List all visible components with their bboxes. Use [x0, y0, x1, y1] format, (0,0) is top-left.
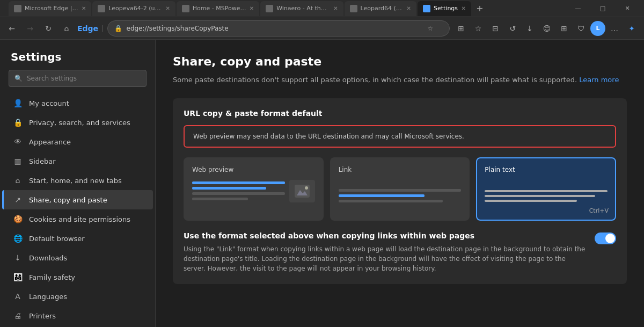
- sidebar-item-privacy[interactable]: 🔒 Privacy, search, and services: [2, 113, 153, 132]
- format-toggle-row: Use the format selected above when copyi…: [184, 231, 616, 273]
- link-line-3: [339, 200, 443, 202]
- language-icon: A: [13, 292, 23, 301]
- profile-button[interactable]: L: [590, 21, 605, 36]
- sidebar-item-share-copy[interactable]: ↗ Share, copy and paste: [2, 190, 153, 209]
- search-placeholder: Search settings: [27, 75, 77, 82]
- cookie-icon: 🍪: [13, 214, 23, 224]
- url-text: edge://settings/shareCopyPaste: [127, 25, 423, 32]
- workspaces-icon[interactable]: ⊞: [556, 20, 572, 37]
- format-web-preview[interactable]: Web preview: [184, 157, 324, 221]
- format-label-plain-text: Plain text: [485, 166, 608, 173]
- mock-line-1: [192, 181, 285, 184]
- security-icon[interactable]: 🛡: [573, 20, 589, 37]
- link-line-2: [339, 194, 425, 197]
- printer-icon: 🖨: [13, 311, 23, 321]
- eye-icon: 👁: [13, 137, 23, 147]
- toggle-description: Using the "Link" format when copying lin…: [184, 244, 586, 273]
- settings-tab-icon: [423, 5, 430, 12]
- home-button[interactable]: ⌂: [59, 21, 74, 36]
- tab-close-icon[interactable]: ✕: [250, 5, 254, 11]
- format-link[interactable]: Link: [330, 157, 470, 221]
- sidebar-item-cookies[interactable]: 🍪 Cookies and site permissions: [2, 209, 153, 229]
- toggle-title: Use the format selected above when copyi…: [184, 231, 586, 240]
- tab-close-icon[interactable]: ✕: [82, 5, 86, 11]
- tab-winaero[interactable]: Winaero - At the edge of… ✕: [260, 1, 343, 16]
- family-icon: 👨‍👩‍👧: [13, 272, 23, 282]
- edge-tab-icon: [14, 5, 21, 12]
- tab-close-icon[interactable]: ✕: [165, 5, 170, 11]
- toolbar-icons: ⊞ ☆ ⊟ ↺ ↓ 😊 ⊞ 🛡 L … ✦: [453, 20, 640, 37]
- download-icon: ↓: [13, 253, 23, 263]
- new-tab-button[interactable]: +: [472, 1, 487, 16]
- favorites-icon[interactable]: ☆: [470, 20, 486, 37]
- addressbar: ← → ↻ ⌂ Edge | 🔒 edge://settings/shareCo…: [0, 17, 644, 40]
- sidebar-item-my-account[interactable]: 👤 My account: [2, 93, 153, 113]
- winaero-tab-icon: [266, 5, 273, 12]
- sidebar-item-default-browser[interactable]: 🌐 Default browser: [2, 229, 153, 248]
- back-button[interactable]: ←: [4, 21, 19, 36]
- collections-icon[interactable]: ⊟: [487, 20, 503, 37]
- tab-mspoweruser[interactable]: Home - MSPoweruser ✕: [177, 1, 259, 16]
- warning-box: Web preview may send data to the URL des…: [184, 125, 616, 148]
- edge-logo-label: Edge: [77, 24, 98, 33]
- sidebar-item-printers[interactable]: 🖨 Printers: [2, 306, 153, 325]
- main-layout: Settings 🔍 Search settings 👤 My account …: [0, 40, 644, 327]
- tab-twitter[interactable]: Leopard64 (@Leopeva64… ✕: [345, 1, 416, 16]
- tab-close-icon[interactable]: ✕: [407, 5, 411, 11]
- globe-icon: 🌐: [13, 234, 23, 243]
- extensions-icon[interactable]: ⊞: [453, 20, 469, 37]
- svg-point-2: [305, 186, 308, 190]
- lock-icon: 🔒: [13, 118, 23, 127]
- link-line-1: [339, 189, 462, 192]
- person-icon: 👤: [13, 98, 23, 108]
- page-title: Share, copy and paste: [173, 55, 627, 68]
- maximize-button[interactable]: □: [590, 0, 615, 17]
- address-bar[interactable]: 🔒 edge://settings/shareCopyPaste ☆: [107, 20, 450, 37]
- tab-close-icon[interactable]: ✕: [333, 5, 338, 11]
- sidebar-item-downloads[interactable]: ↓ Downloads: [2, 248, 153, 267]
- tab-microsoft-edge[interactable]: Microsoft Edge | Page 14… ✕: [9, 1, 91, 16]
- tabs-bar: Microsoft Edge | Page 14… ✕ Leopeva64-2 …: [9, 1, 487, 16]
- search-icon: 🔍: [14, 75, 23, 82]
- reddit-tab-icon: [98, 5, 105, 12]
- format-toggle-switch[interactable]: [595, 232, 616, 244]
- mock-thumbnail: [289, 180, 315, 202]
- minimize-button[interactable]: —: [566, 0, 590, 17]
- address-separator: |: [101, 24, 104, 32]
- plain-line-1: [485, 190, 608, 192]
- sidebar-item-languages[interactable]: A Languages: [2, 287, 153, 306]
- copilot-button[interactable]: ✦: [624, 20, 640, 37]
- titlebar: Microsoft Edge | Page 14… ✕ Leopeva64-2 …: [0, 0, 644, 17]
- settings-search-box[interactable]: 🔍 Search settings: [9, 70, 147, 87]
- learn-more-link[interactable]: Learn more: [579, 76, 619, 84]
- downloads-icon[interactable]: ↓: [522, 20, 538, 37]
- forward-button[interactable]: →: [23, 21, 38, 36]
- plain-line-2: [485, 195, 595, 197]
- link-mockup: [339, 180, 462, 212]
- mock-line-4: [192, 198, 248, 200]
- format-label-link: Link: [339, 166, 462, 173]
- sidebar-item-family-safety[interactable]: 👨‍👩‍👧 Family safety: [2, 267, 153, 287]
- more-menu-button[interactable]: …: [606, 20, 623, 37]
- sidebar-item-sidebar[interactable]: ▥ Sidebar: [2, 151, 153, 171]
- mspoweruser-tab-icon: [182, 5, 189, 12]
- sidebar: Settings 🔍 Search settings 👤 My account …: [0, 40, 156, 327]
- format-plain-text[interactable]: Plain text Ctrl+V: [476, 157, 616, 221]
- lock-icon: 🔒: [114, 25, 122, 32]
- tab-settings[interactable]: Settings ✕: [418, 1, 471, 16]
- tab-reddit[interactable]: Leopeva64-2 (u/Leopeva6… ✕: [92, 1, 175, 16]
- star-icon[interactable]: ☆: [427, 25, 433, 32]
- refresh-button[interactable]: ↻: [41, 21, 56, 36]
- keyboard-shortcut-label: Ctrl+V: [589, 207, 609, 214]
- feedback-icon[interactable]: 😊: [539, 20, 555, 37]
- plain-line-3: [485, 200, 577, 202]
- close-button[interactable]: ✕: [615, 0, 640, 17]
- url-section-label: URL copy & paste format default: [184, 109, 616, 118]
- history-icon[interactable]: ↺: [504, 20, 521, 37]
- mock-text-lines: [192, 180, 285, 202]
- tab-close-icon[interactable]: ✕: [462, 5, 466, 11]
- window-controls: — □ ✕: [566, 0, 640, 17]
- sidebar-item-start-home[interactable]: ⌂ Start, home, and new tabs: [2, 171, 153, 190]
- sidebar-item-appearance[interactable]: 👁 Appearance: [2, 132, 153, 151]
- sidebar-icon: ▥: [13, 156, 23, 166]
